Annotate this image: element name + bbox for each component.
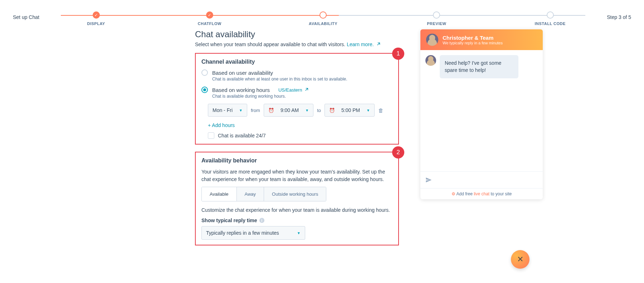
chat-body[interactable]: Need help? I've got some spare time to h… — [420, 50, 543, 172]
availability-behavior-panel: 2 Availability behavior Your visitors ar… — [195, 152, 399, 245]
live-chat-link[interactable]: live chat — [474, 191, 489, 196]
chat-input-row[interactable] — [420, 172, 543, 188]
send-icon[interactable] — [425, 177, 432, 183]
radio-user-availability-label: Based on user availability — [212, 70, 273, 76]
delete-hours-icon[interactable]: 🗑 — [378, 107, 384, 113]
tab-available[interactable]: Available — [202, 187, 237, 201]
close-icon: ✕ — [517, 255, 523, 264]
clock-icon: ⏰ — [329, 108, 335, 113]
learn-more-link[interactable]: Learn more. — [347, 42, 380, 47]
always-available-checkbox[interactable] — [208, 132, 214, 139]
start-time-select[interactable]: ⏰ 9:00 AM▼ — [264, 104, 313, 117]
wizard-title: Set up Chat — [13, 7, 39, 20]
step-preview[interactable]: PREVIEW — [380, 11, 493, 26]
radio-working-hours[interactable] — [201, 87, 208, 93]
timezone-link[interactable]: US/Eastern — [278, 87, 308, 93]
step-install-code[interactable]: INSTALL CODE — [493, 11, 607, 26]
external-link-icon — [304, 88, 308, 92]
available-tab-description: Customize the chat experience for when y… — [201, 206, 392, 214]
callout-badge-1: 1 — [392, 48, 404, 60]
radio-working-hours-label: Based on working hours — [212, 87, 270, 93]
chat-title: Christopher & Team — [443, 35, 503, 41]
channel-availability-panel: 1 Channel availability Based on user ava… — [195, 53, 399, 145]
chat-preview: Christopher & Team We typically reply in… — [420, 29, 543, 253]
chat-message: Need help? I've got some spare time to h… — [440, 55, 518, 78]
close-fab[interactable]: ✕ — [511, 250, 530, 267]
step-display[interactable]: ✓ DISPLAY — [39, 11, 153, 26]
end-time-select[interactable]: ⏰ 5:00 PM▼ — [325, 104, 375, 117]
tab-away[interactable]: Away — [237, 187, 264, 201]
to-label: to — [317, 108, 321, 113]
step-availability[interactable]: AVAILABILITY — [266, 11, 380, 26]
from-label: from — [251, 108, 260, 113]
avatar — [426, 34, 438, 46]
reply-time-select[interactable]: Typically replies in a few minutes▼ — [201, 226, 305, 240]
external-link-icon — [376, 42, 380, 46]
avatar — [425, 55, 436, 66]
page-title: Chat availability — [195, 29, 399, 39]
page-subtitle: Select when your team should appear avai… — [195, 42, 399, 47]
radio-working-hours-hint: Chat is available during working hours. — [212, 94, 392, 99]
reply-time-label: Show typical reply time i — [201, 218, 392, 223]
clock-icon: ⏰ — [268, 108, 274, 113]
hubspot-sprocket-icon: ⚙ — [452, 191, 455, 196]
availability-behavior-heading: Availability behavior — [201, 157, 392, 164]
info-icon[interactable]: i — [259, 218, 264, 223]
step-chatflow[interactable]: ✓ CHATFLOW — [153, 11, 266, 26]
behavior-tabs: Available Away Outside working hours — [201, 187, 326, 201]
radio-user-availability[interactable] — [201, 69, 208, 76]
tab-outside-hours[interactable]: Outside working hours — [264, 187, 326, 201]
add-hours-link[interactable]: + Add hours — [208, 122, 235, 128]
always-available-label: Chat is available 24/7 — [218, 133, 266, 138]
channel-availability-heading: Channel availability — [201, 59, 392, 65]
radio-user-availability-hint: Chat is available when at least one user… — [212, 77, 392, 82]
wizard-stepper: ✓ DISPLAY ✓ CHATFLOW AVAILABILITY PREVIE… — [39, 7, 607, 26]
callout-badge-2: 2 — [392, 146, 404, 158]
chat-header: Christopher & Team We typically reply in… — [420, 29, 543, 50]
availability-behavior-body: Your visitors are more engaged when they… — [201, 168, 392, 183]
chat-footer: ⚙ Add free live chat to your site — [420, 188, 543, 199]
step-counter: Step 3 of 5 — [607, 7, 631, 20]
chat-subtitle: We typically reply in a few minutes — [443, 41, 503, 45]
days-select[interactable]: Mon - Fri▼ — [208, 104, 247, 117]
